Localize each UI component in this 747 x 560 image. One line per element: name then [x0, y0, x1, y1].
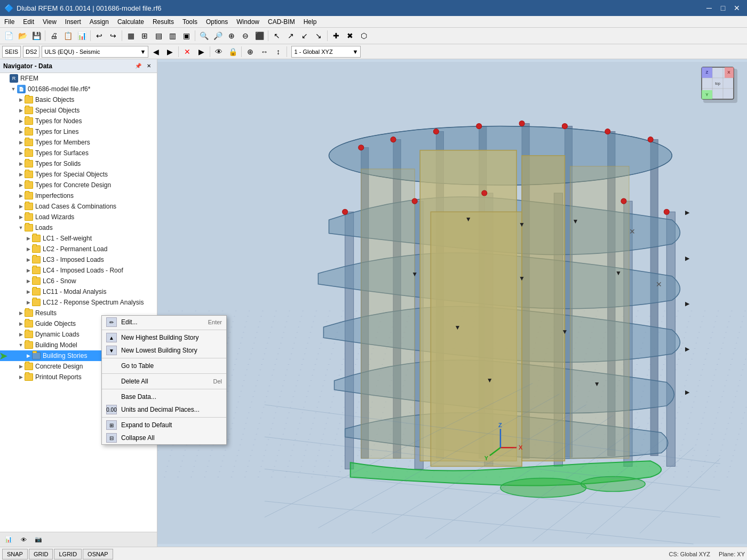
- select2-btn[interactable]: ✖: [344, 29, 356, 42]
- menu-item-insert[interactable]: Insert: [61, 16, 85, 27]
- tree-item-file[interactable]: ▼ 📄 001686-model file.rf6*: [0, 84, 157, 94]
- menu-item-options[interactable]: Options: [202, 16, 232, 27]
- menu-item-edit[interactable]: Edit: [19, 16, 38, 27]
- coord-system-dropdown[interactable]: 1 - Global XYZ ▼: [291, 46, 361, 58]
- axes-btn[interactable]: ⊕: [244, 45, 257, 58]
- nav-close-btn[interactable]: ✕: [144, 61, 154, 71]
- open-button[interactable]: 📂: [16, 29, 29, 42]
- tree-item-types-concrete[interactable]: ▶ Types for Concrete Design: [0, 180, 157, 190]
- tree-item-lc2[interactable]: ▶ LC2 - Permanent Load: [0, 244, 157, 254]
- eye-btn[interactable]: 👁: [212, 45, 225, 58]
- tree-item-lc11[interactable]: ▶ LC11 - Modal Analysis: [0, 286, 157, 297]
- close-button[interactable]: ✕: [731, 2, 743, 14]
- axes3-btn[interactable]: ↕: [272, 45, 284, 58]
- tree-item-lc12[interactable]: ▶ LC12 - Reponse Spectrum Analysis: [0, 297, 157, 308]
- tree-item-load-cases[interactable]: ▶ Load Cases & Combinations: [0, 201, 157, 212]
- grid5-btn[interactable]: ▣: [180, 29, 193, 42]
- minimize-button[interactable]: ─: [703, 2, 715, 14]
- ctx-units[interactable]: 0.00 Units and Decimal Places...: [102, 403, 226, 416]
- grid3-btn[interactable]: ▤: [152, 29, 165, 42]
- nav-pin-btn[interactable]: 📌: [133, 61, 143, 71]
- prev-btn[interactable]: ◀: [149, 45, 162, 58]
- zoom3-btn[interactable]: ⊕: [225, 29, 238, 42]
- seis-combo[interactable]: SEIS: [2, 46, 21, 58]
- tree-item-loads[interactable]: ▼ Loads: [0, 222, 157, 233]
- print2-button[interactable]: 📋: [61, 29, 74, 42]
- tree-item-rfem[interactable]: R RFEM: [0, 73, 157, 84]
- redo-button[interactable]: ↪: [107, 29, 120, 42]
- ctx-edit[interactable]: ✏ Edit... Enter: [102, 316, 226, 329]
- view2-btn[interactable]: ↗: [284, 29, 297, 42]
- grid1-btn[interactable]: ▦: [124, 29, 137, 42]
- tree-item-types-solids[interactable]: ▶ Types for Solids: [0, 158, 157, 169]
- menu-item-window[interactable]: Window: [232, 16, 264, 27]
- grid2-btn[interactable]: ⊞: [138, 29, 151, 42]
- zoom2-btn[interactable]: 🔎: [211, 29, 224, 42]
- menu-item-tools[interactable]: Tools: [178, 16, 202, 27]
- select3-btn[interactable]: ⬡: [357, 29, 370, 42]
- tree-item-lc4[interactable]: ▶ LC4 - Imposed Loads - Roof: [0, 265, 157, 276]
- ctx-delete-all[interactable]: Delete All Del: [102, 375, 226, 388]
- viewport-3d[interactable]: ▼ ▼ ▼ ▼ ▼ ▼ ▼ ▼ ▼ ▼ ▶ ▶ ▶ ▶ ▶ ✕ ✕ X: [157, 59, 747, 547]
- ctx-new-highest[interactable]: ▲ New Highest Building Story: [102, 331, 226, 344]
- menu-item-calculate[interactable]: Calculate: [113, 16, 148, 27]
- zoom1-btn[interactable]: 🔍: [197, 29, 210, 42]
- view4-btn[interactable]: ↘: [312, 29, 325, 42]
- delete-lc-btn[interactable]: ✕: [181, 45, 194, 58]
- tree-item-types-nodes[interactable]: ▶ Types for Nodes: [0, 116, 157, 126]
- lgrid-button[interactable]: LGRID: [54, 549, 82, 559]
- label-lc4: LC4 - Imposed Loads - Roof: [43, 267, 123, 274]
- nav-view-btn[interactable]: 👁: [17, 533, 30, 546]
- menu-item-cad-bim[interactable]: CAD-BIM: [264, 16, 299, 27]
- snap-button[interactable]: SNAP: [2, 549, 28, 559]
- load-case-dropdown[interactable]: ULS (EQU) - Seismic ▼: [42, 46, 148, 58]
- menu-item-results[interactable]: Results: [148, 16, 178, 27]
- sep5: [268, 30, 268, 41]
- next-btn[interactable]: ▶: [163, 45, 176, 58]
- zoom4-btn[interactable]: ⊖: [239, 29, 252, 42]
- menu-item-help[interactable]: Help: [299, 16, 321, 27]
- osnap-button[interactable]: OSNAP: [83, 549, 113, 559]
- zoom5-btn[interactable]: ⬛: [253, 29, 266, 42]
- navigator-tree: R RFEM ▼ 📄 001686-model file.rf6* ▶ Basi…: [0, 73, 157, 532]
- tree-item-types-surfaces[interactable]: ▶ Types for Surfaces: [0, 148, 157, 158]
- ds2-combo[interactable]: DS2: [23, 46, 39, 58]
- new-button[interactable]: 📄: [2, 29, 15, 42]
- tree-item-lc1[interactable]: ▶ LC1 - Self-weight: [0, 233, 157, 244]
- orientation-cube[interactable]: X Y Z top: [699, 65, 742, 107]
- tree-item-lc6[interactable]: ▶ LC6 - Snow: [0, 276, 157, 286]
- view1-btn[interactable]: ↖: [271, 29, 283, 42]
- lock-btn[interactable]: 🔒: [226, 45, 239, 58]
- save-button[interactable]: 💾: [30, 29, 43, 42]
- menu-item-file[interactable]: File: [0, 16, 19, 27]
- ctx-go-to-table[interactable]: Go to Table: [102, 359, 226, 372]
- maximize-button[interactable]: □: [717, 2, 729, 14]
- grid4-btn[interactable]: ▥: [166, 29, 179, 42]
- arrow-results: ▶: [17, 309, 25, 317]
- tree-item-basic-objects[interactable]: ▶ Basic Objects: [0, 94, 157, 105]
- tree-item-imperfections[interactable]: ▶ Imperfections: [0, 190, 157, 201]
- tree-item-load-wizards[interactable]: ▶ Load Wizards: [0, 212, 157, 222]
- print3-button[interactable]: 📊: [75, 29, 88, 42]
- ctx-collapse-all[interactable]: ⊟ Collapse All: [102, 431, 226, 444]
- print-button[interactable]: 🖨: [47, 29, 60, 42]
- tree-item-types-lines[interactable]: ▶ Types for Lines: [0, 126, 157, 137]
- ctx-new-lowest[interactable]: ▼ New Lowest Building Story: [102, 344, 226, 357]
- grid-button[interactable]: GRID: [29, 549, 53, 559]
- tree-item-types-special[interactable]: ▶ Types for Special Objects: [0, 169, 157, 180]
- undo-button[interactable]: ↩: [93, 29, 106, 42]
- run-btn[interactable]: ▶: [195, 45, 208, 58]
- tree-item-types-members[interactable]: ▶ Types for Members: [0, 137, 157, 148]
- nav-data-btn[interactable]: 📊: [2, 533, 15, 546]
- ctx-expand-default[interactable]: ⊞ Expand to Default: [102, 419, 226, 431]
- ctx-base-data[interactable]: Base Data...: [102, 390, 226, 403]
- nav-camera-btn[interactable]: 📷: [32, 533, 45, 546]
- menu-item-assign[interactable]: Assign: [85, 16, 113, 27]
- tree-item-lc3[interactable]: ▶ LC3 - Imposed Loads: [0, 254, 157, 265]
- axes2-btn[interactable]: ↔: [258, 45, 271, 58]
- menu-item-view[interactable]: View: [38, 16, 61, 27]
- tree-item-special-objects[interactable]: ▶ Special Objects: [0, 105, 157, 116]
- select1-btn[interactable]: ✚: [330, 29, 343, 42]
- sep6: [327, 30, 328, 41]
- view3-btn[interactable]: ↙: [298, 29, 311, 42]
